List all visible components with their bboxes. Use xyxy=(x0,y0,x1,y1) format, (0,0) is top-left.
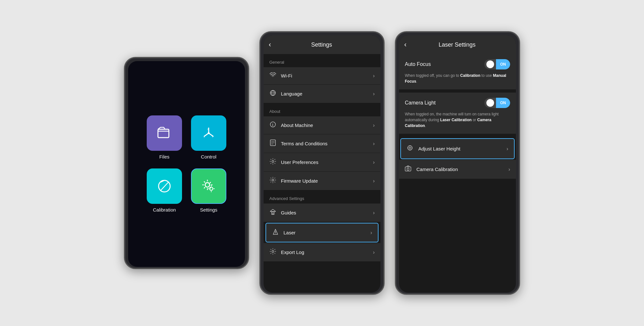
firmware-icon xyxy=(269,177,276,185)
settings-item-wifi[interactable]: Wi-Fi › xyxy=(264,67,380,85)
section-advanced-label: Advanced Settings xyxy=(264,190,380,204)
guides-chevron: › xyxy=(373,210,375,216)
phone-settings: ‹ Settings General Wi-Fi xyxy=(259,31,385,295)
calibration-icon-box xyxy=(147,168,182,204)
autofocus-toggle-label: ON xyxy=(500,62,506,67)
export-log-chevron: › xyxy=(373,249,375,255)
main-screen: Files Z X Y Control xyxy=(128,61,245,267)
guides-icon xyxy=(269,209,276,217)
autofocus-label: Auto Focus xyxy=(405,61,431,67)
laser-settings-header: ‹ Laser Settings xyxy=(399,35,516,54)
main-menu-grid: Files Z X Y Control xyxy=(140,109,233,219)
laser-nav-camera-cal[interactable]: Camera Calibration › xyxy=(399,160,516,179)
settings-item-export-log[interactable]: Export Log › xyxy=(264,243,380,262)
autofocus-row: Auto Focus ON xyxy=(405,59,510,69)
svg-text:X: X xyxy=(204,136,205,138)
svg-text:Y: Y xyxy=(212,136,213,138)
settings-header: ‹ Settings xyxy=(264,35,380,54)
control-label: Control xyxy=(201,154,216,159)
settings-screen: ‹ Settings General Wi-Fi xyxy=(264,35,380,293)
camera-light-section: Camera Light ON When toggled on, the mac… xyxy=(399,93,516,134)
svg-point-10 xyxy=(210,187,213,190)
manual-focus-bold: Manual Focus xyxy=(405,73,506,84)
laser-cal-bold: Laser Calibration xyxy=(440,118,472,122)
camera-calibration-label: Camera Calibration xyxy=(416,167,505,172)
settings-item-laser[interactable]: Laser › xyxy=(265,223,379,242)
toggle-on: ON xyxy=(496,59,510,69)
laser-label: Laser xyxy=(283,230,366,235)
wifi-icon xyxy=(269,72,276,79)
svg-text:i: i xyxy=(272,123,273,127)
control-icon-box: Z X Y xyxy=(191,115,226,151)
toggle-off xyxy=(484,59,496,69)
export-log-label: Export Log xyxy=(281,249,369,255)
svg-point-16 xyxy=(272,179,274,181)
menu-item-files[interactable]: Files xyxy=(147,115,182,159)
settings-item-about-machine[interactable]: i About Machine › xyxy=(264,116,380,134)
settings-body: General Wi-Fi › xyxy=(264,54,380,293)
user-prefs-icon xyxy=(269,158,276,166)
svg-rect-0 xyxy=(158,129,169,138)
settings-item-user-prefs[interactable]: User Preferences › xyxy=(264,153,380,172)
menu-item-calibration[interactable]: Calibration xyxy=(147,168,182,213)
adjust-height-icon xyxy=(407,145,413,153)
autofocus-desc: When toggled off, you can go to Calibrat… xyxy=(405,73,510,84)
svg-point-28 xyxy=(407,168,409,170)
settings-label: Settings xyxy=(200,207,217,213)
adjust-laser-height-label: Adjust Laser Height xyxy=(418,146,503,151)
export-icon xyxy=(269,248,276,256)
guides-label: Guides xyxy=(281,210,369,215)
camera-light-toggle[interactable]: ON xyxy=(484,98,510,108)
menu-item-settings[interactable]: Settings xyxy=(191,168,226,213)
toggle-handle xyxy=(486,60,494,68)
camera-light-toggle-label: ON xyxy=(500,101,506,105)
about-machine-chevron: › xyxy=(373,122,375,128)
wifi-chevron: › xyxy=(373,73,375,79)
about-machine-label: About Machine xyxy=(281,122,369,128)
menu-item-control[interactable]: Z X Y Control xyxy=(191,115,226,159)
phone-laser-settings: ‹ Laser Settings Auto Focus ON xyxy=(395,31,520,295)
section-general: General Wi-Fi › xyxy=(264,54,380,103)
about-icon: i xyxy=(269,122,276,129)
settings-item-guides[interactable]: Guides › xyxy=(264,204,380,222)
camera-cal-icon xyxy=(405,166,411,173)
laser-body: Auto Focus ON When toggled off, you can … xyxy=(399,54,516,293)
back-button[interactable]: ‹ xyxy=(269,41,271,48)
autofocus-toggle[interactable]: ON xyxy=(484,59,510,69)
laser-nav-adjust-height[interactable]: Adjust Laser Height › xyxy=(400,138,515,159)
terms-chevron: › xyxy=(373,141,375,147)
files-label: Files xyxy=(159,154,170,159)
divider-2 xyxy=(399,134,516,137)
section-about: About i About Machine › xyxy=(264,103,380,190)
language-chevron: › xyxy=(373,91,375,97)
camera-toggle-off xyxy=(484,98,496,108)
wifi-label: Wi-Fi xyxy=(281,73,369,78)
svg-text:Z: Z xyxy=(207,128,209,130)
camera-light-row: Camera Light ON xyxy=(405,98,510,108)
laser-back-button[interactable]: ‹ xyxy=(404,41,406,48)
settings-item-language[interactable]: Language › xyxy=(264,85,380,103)
settings-item-firmware[interactable]: Firmware Update › xyxy=(264,172,380,190)
svg-point-9 xyxy=(205,183,210,187)
user-prefs-chevron: › xyxy=(373,159,375,165)
firmware-label: Firmware Update xyxy=(281,178,369,184)
svg-point-7 xyxy=(208,132,210,134)
svg-point-15 xyxy=(272,160,274,162)
section-advanced: Advanced Settings Guides › xyxy=(264,190,380,262)
camera-light-label: Camera Light xyxy=(405,100,436,106)
user-prefs-label: User Preferences xyxy=(281,159,369,165)
terms-icon xyxy=(269,140,276,148)
camera-toggle-handle xyxy=(486,99,494,107)
laser-screen: ‹ Laser Settings Auto Focus ON xyxy=(399,35,516,293)
files-icon-box xyxy=(147,115,182,151)
divider-1 xyxy=(399,90,516,93)
settings-item-terms[interactable]: Terms and Conditions › xyxy=(264,134,380,153)
language-icon xyxy=(269,90,276,98)
calibration-bold: Calibration xyxy=(460,73,481,78)
laser-icon xyxy=(272,229,279,237)
adjust-height-chevron: › xyxy=(507,146,508,152)
section-general-label: General xyxy=(264,54,380,67)
svg-point-22 xyxy=(409,147,411,149)
firmware-chevron: › xyxy=(373,178,375,184)
autofocus-section: Auto Focus ON When toggled off, you can … xyxy=(399,54,516,89)
